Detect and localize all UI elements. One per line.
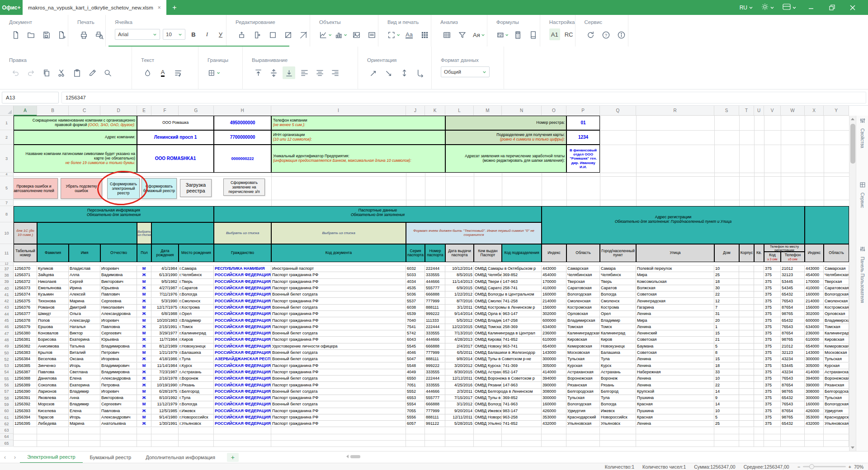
cell-idx[interactable]: 432000 bbox=[542, 421, 566, 427]
cell-mid[interactable]: Владимировна bbox=[100, 369, 137, 376]
cell-pob[interactable]: г.Самара bbox=[179, 266, 214, 272]
row-header-3[interactable]: 3 bbox=[0, 145, 14, 173]
cell-reg2[interactable]: Тверская bbox=[824, 279, 849, 285]
cell-pob[interactable]: г.Вологда bbox=[179, 291, 214, 298]
table-header-first[interactable]: Имя bbox=[69, 244, 100, 262]
paste-icon[interactable] bbox=[71, 66, 83, 79]
cell-doc[interactable]: Паспорт гражданина РФ bbox=[271, 414, 406, 421]
cell-mid[interactable]: Юрьевна bbox=[100, 337, 137, 343]
cell-house[interactable]: 33 bbox=[714, 369, 739, 376]
cell-city[interactable]: Тула bbox=[600, 395, 636, 401]
macro-button-5[interactable]: Сформировать заявление на перечисление з… bbox=[223, 179, 265, 196]
cell-company-phone[interactable]: 4950000000 bbox=[214, 116, 271, 130]
cell-podr[interactable]: 369-852 bbox=[502, 395, 542, 401]
cell-kv[interactable] bbox=[754, 324, 764, 330]
cell-first[interactable]: Марина bbox=[69, 421, 100, 427]
cell-last[interactable]: Емельянова bbox=[37, 285, 69, 291]
cell-doc[interactable]: Паспорт гражданина РФ bbox=[271, 382, 406, 388]
cell-city[interactable]: Смоленск bbox=[600, 298, 636, 305]
cell-phone[interactable]: 76543 bbox=[781, 401, 805, 408]
cell-company-name[interactable]: ООО Ромашка bbox=[137, 116, 214, 130]
cell-pcode[interactable]: 375 bbox=[764, 298, 781, 305]
tab-electronic-registry[interactable]: Электронный реестр bbox=[20, 451, 83, 463]
cell-sex[interactable]: Ж bbox=[137, 356, 151, 362]
about-icon[interactable] bbox=[615, 28, 628, 41]
row-header-55[interactable]: 55 bbox=[0, 376, 14, 382]
align-right-icon[interactable] bbox=[329, 66, 341, 79]
cell-city[interactable]: Вологда bbox=[600, 291, 636, 298]
cell-street[interactable]: Ленина bbox=[636, 356, 714, 362]
column-header-L[interactable]: L bbox=[445, 106, 474, 115]
column-header-V[interactable]: V bbox=[764, 106, 781, 115]
cell-issued[interactable]: 3/20/2012 bbox=[445, 363, 474, 369]
cell-dob[interactable]: 12/5/1985 bbox=[151, 408, 179, 414]
cell-idx[interactable]: 410000 bbox=[542, 285, 566, 291]
column-header-R[interactable]: R bbox=[636, 106, 714, 115]
cell-issued[interactable]: 2/4/2017 bbox=[445, 343, 474, 350]
cell-cit[interactable]: РОССИЙСКАЯ ФЕДЕРАЦИЯ bbox=[214, 389, 271, 395]
cell-cit[interactable]: РОССИЙСКАЯ ФЕДЕРАЦИЯ bbox=[214, 272, 271, 278]
cell-pob[interactable]: г.Рязань bbox=[179, 382, 214, 388]
row-header-1[interactable]: 1 bbox=[0, 116, 14, 130]
macro-button-0[interactable]: Проверка ошибок и автозаполнение полей bbox=[10, 178, 58, 199]
borders-icon[interactable] bbox=[208, 66, 220, 79]
cell-idx2[interactable]: 410000 bbox=[805, 285, 824, 291]
cell-sex[interactable]: М bbox=[137, 291, 151, 298]
cell-issuer[interactable]: ОМВД Владимира bbox=[474, 317, 502, 324]
cell-podr[interactable]: 147-963 bbox=[502, 382, 542, 388]
sheet-next-icon[interactable]: › bbox=[10, 454, 20, 461]
pivot-table-icon[interactable] bbox=[440, 28, 453, 41]
freeze-panes-icon[interactable] bbox=[387, 28, 400, 41]
cell-idx2[interactable]: 443000 bbox=[805, 266, 824, 272]
cell-street[interactable]: Мира bbox=[636, 317, 714, 324]
cell-idx2[interactable]: 390000 bbox=[805, 382, 824, 388]
cell-idx[interactable]: 305000 bbox=[542, 363, 566, 369]
cell-house[interactable]: 22 bbox=[714, 291, 739, 298]
cell-cit[interactable]: РОССИЙСКАЯ ФЕДЕРАЦИЯ bbox=[214, 376, 271, 382]
cell-pob[interactable]: г.Владимир bbox=[179, 317, 214, 324]
cell-dob[interactable]: 6/8/1988 bbox=[151, 311, 179, 317]
cell-first[interactable]: Елена bbox=[69, 408, 100, 414]
italic-button[interactable]: I bbox=[202, 28, 212, 40]
cell-last[interactable]: Крылов bbox=[37, 350, 69, 356]
cell-doc[interactable]: Паспорт гражданина РФ bbox=[271, 279, 406, 285]
cell-podr[interactable]: 741-258 bbox=[502, 298, 542, 305]
cell-dob[interactable]: 4/27/1987 bbox=[151, 285, 179, 291]
cell-street[interactable]: Ленина bbox=[636, 382, 714, 388]
reference-style-a1[interactable]: A1 bbox=[549, 28, 560, 40]
document-tab[interactable]: makros_na_vypusk_kart_i_otkrytie_schetov… bbox=[23, 0, 166, 15]
cell-reg[interactable]: Вологодская bbox=[566, 291, 600, 298]
cell-phone[interactable]: 87654 bbox=[781, 408, 805, 414]
cell-mid[interactable]: Павловна bbox=[100, 324, 137, 330]
cell-ser[interactable]: 5036 bbox=[406, 291, 425, 298]
cell-kv[interactable] bbox=[754, 421, 764, 427]
cell-korp[interactable] bbox=[739, 272, 754, 278]
cell-cit[interactable]: РЕСПУБЛИКА НАМИБИЯ bbox=[214, 266, 271, 272]
cell-dob[interactable]: 5/3/1990 bbox=[151, 298, 179, 305]
row-header-58[interactable]: 58 bbox=[0, 395, 14, 401]
row-header-60[interactable]: 60 bbox=[0, 408, 14, 414]
cell-nom[interactable]: 666888 bbox=[425, 291, 445, 298]
rotate-text-up-icon[interactable] bbox=[367, 66, 380, 79]
column-header-H[interactable]: H bbox=[214, 106, 271, 115]
cell-idx2[interactable]: 394000 bbox=[805, 376, 824, 382]
cell-issuer[interactable]: ОМВД Челябинска bbox=[474, 272, 502, 278]
row-header-54[interactable]: 54 bbox=[0, 369, 14, 376]
zoom-slider[interactable] bbox=[803, 466, 846, 467]
cell-phone[interactable]: 43234 bbox=[781, 356, 805, 362]
cell-phone[interactable]: 21012 bbox=[781, 266, 805, 272]
row-header-2[interactable]: 2 bbox=[0, 130, 14, 145]
cell-registry-number[interactable]: 01 bbox=[566, 116, 600, 130]
cell-idx2[interactable]: 634000 bbox=[805, 324, 824, 330]
cell-house[interactable]: 18 bbox=[714, 279, 739, 285]
cell-issued[interactable]: 12/11/2011 bbox=[445, 414, 474, 421]
align-bottom-icon[interactable] bbox=[283, 66, 295, 79]
cell-idx2[interactable]: 454000 bbox=[805, 272, 824, 278]
macro-button-2[interactable]: Сформировать электронный реестр bbox=[107, 178, 140, 199]
cell-idx2[interactable]: 308000 bbox=[805, 389, 824, 395]
cell-korp[interactable] bbox=[739, 291, 754, 298]
subheader-choose-list[interactable]: Выбрать из списка bbox=[271, 222, 406, 244]
cell-podr[interactable]: 147-963 bbox=[502, 279, 542, 285]
cell-doc[interactable]: Паспорт гражданина РФ bbox=[271, 363, 406, 369]
cell-issuer[interactable]: ОМВД Рязани в bbox=[474, 382, 502, 388]
